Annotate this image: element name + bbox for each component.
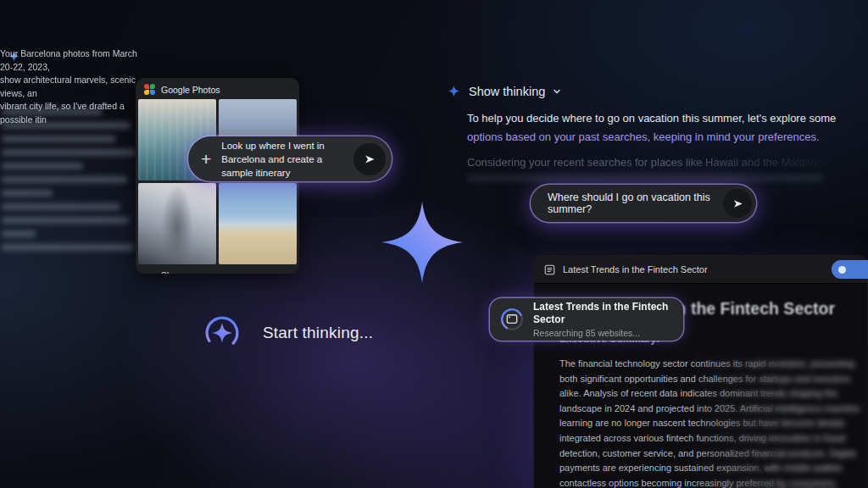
- send-arrow-icon: [363, 152, 376, 166]
- document-icon: [544, 264, 555, 275]
- share-icon: [838, 266, 846, 274]
- response-paragraph-faded: Considering your recent searches for pla…: [467, 153, 865, 172]
- blurred-text-line: [2, 108, 102, 115]
- window-title: Latest Trends in the Fintech Sector: [563, 264, 708, 274]
- google-photos-icon: [144, 84, 155, 95]
- blurred-text-line: [2, 230, 36, 237]
- photo-barceloneta-beach[interactable]: [219, 183, 297, 264]
- blurred-text-line: [2, 203, 120, 210]
- photo-grid: [136, 99, 299, 264]
- google-photos-header: Google Photos: [136, 78, 299, 99]
- faded-chat-transcript: Your Barcelona photos from March 20-22, …: [0, 47, 144, 259]
- response-text-purple: options based on your past searches, kee…: [467, 130, 820, 143]
- send-button[interactable]: [353, 143, 386, 175]
- send-arrow-icon: [732, 197, 744, 210]
- blurred-text-line: [2, 149, 136, 156]
- barcelona-prompt-pill[interactable]: + Look up where I went in Barcelona and …: [188, 136, 392, 181]
- blurred-text-line: [2, 163, 83, 169]
- blurred-text-line: [2, 244, 134, 251]
- blurred-text-line: [2, 136, 115, 142]
- deep-research-status-card[interactable]: Latest Trends in the Fintech Sector Rese…: [490, 298, 683, 341]
- plus-icon[interactable]: +: [201, 150, 211, 168]
- thinking-progress-icon: [203, 314, 241, 352]
- blurred-text-line: [2, 122, 131, 129]
- gemini-marketing-canvas: Your Barcelona photos from March 20-22, …: [0, 0, 868, 488]
- send-button[interactable]: [723, 189, 752, 218]
- vacation-prompt-pill[interactable]: Where should I go on vacation this summe…: [531, 185, 756, 222]
- gemini-sparkle-icon: [447, 84, 461, 98]
- chevron-down-icon: [146, 272, 154, 274]
- research-card-status: Researching 85 websites...: [533, 328, 673, 338]
- window-titlebar: Latest Trends in the Fintech Sector: [534, 256, 867, 284]
- blurred-text-line: [2, 190, 53, 197]
- chevron-down-icon: [553, 87, 561, 96]
- chat-line: Your Barcelona photos from March 20-22, …: [0, 47, 144, 74]
- start-thinking-status: Start thinking...: [203, 314, 373, 352]
- response-paragraph: To help you decide where to go on vacati…: [467, 109, 865, 146]
- research-card-title: Latest Trends in the Fintech Sector: [533, 301, 673, 326]
- share-button[interactable]: [832, 260, 868, 279]
- barcelona-prompt-text: Look up where I went in Barcelona and cr…: [221, 139, 353, 180]
- show-thinking-label: Show thinking: [469, 85, 545, 98]
- response-text-white: To help you decide where to go on vacati…: [467, 112, 836, 125]
- show-thinking-toggle[interactable]: Show thinking: [447, 84, 561, 98]
- chat-line: show architectural marvels, scenic views…: [0, 74, 144, 100]
- google-photos-label: Google Photos: [161, 85, 220, 95]
- blurred-text-line: [2, 217, 129, 224]
- show-more-label: Show more: [161, 271, 204, 274]
- research-progress-icon: [500, 308, 524, 331]
- start-thinking-label: Start thinking...: [263, 324, 373, 342]
- blurred-text-line: [467, 175, 823, 182]
- vacation-prompt-text: Where should I go on vacation this summe…: [548, 191, 723, 215]
- blurred-text-line: [2, 176, 127, 183]
- report-body-text: The financial technology sector continue…: [559, 357, 866, 488]
- show-more-button[interactable]: Show more: [136, 264, 299, 274]
- photo-sagrada-familia[interactable]: [138, 183, 216, 264]
- gemini-sparkle-large: [380, 200, 465, 285]
